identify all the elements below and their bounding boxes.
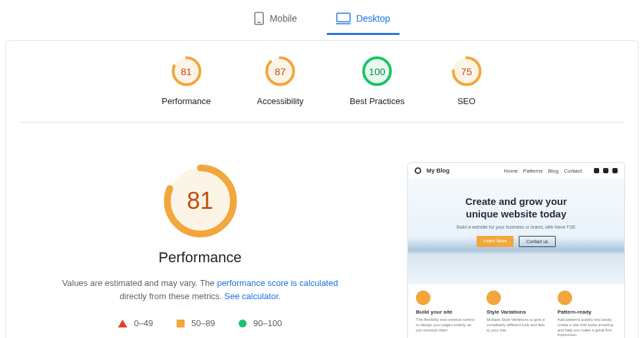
gauge-icon: 87	[264, 55, 296, 87]
performance-description: Values are estimated and may vary. The p…	[62, 277, 339, 302]
see-calculator-link[interactable]: See calculator.	[224, 291, 280, 301]
details-section: 81 Performance Values are estimated and …	[19, 123, 625, 338]
gauge-item[interactable]: 87Accessibility	[257, 55, 304, 106]
square-icon	[177, 320, 185, 327]
circle-icon	[239, 320, 247, 327]
score-legend: 0–49 50–89 90–100	[118, 318, 281, 328]
preview-card-title: Build your site	[416, 309, 475, 315]
performance-column: 81 Performance Values are estimated and …	[19, 162, 381, 338]
preview-nav: HomePatternsBlogContact	[504, 168, 582, 174]
desktop-icon	[336, 13, 351, 24]
gauge-label: Performance	[161, 96, 210, 106]
gauge-value: 81	[161, 162, 239, 240]
gauge-row: 81Performance87Accessibility100Best Prac…	[19, 55, 625, 122]
preview-nav-item: Blog	[548, 168, 558, 174]
preview-card: Pattern-readyAdd patterns quickly and ea…	[558, 291, 616, 338]
triangle-icon	[118, 320, 127, 327]
preview-card-desc: Add patterns quickly and easily create a…	[558, 318, 616, 338]
site-preview: My Blog HomePatternsBlogContact Create a…	[407, 162, 625, 338]
legend-bad: 0–49	[118, 318, 153, 328]
gauge-item[interactable]: 81Performance	[161, 55, 210, 106]
preview-primary-button: Learn More	[477, 236, 513, 247]
preview-card-icon	[416, 291, 430, 305]
tab-mobile[interactable]: Mobile	[245, 7, 306, 35]
preview-card-icon	[558, 291, 572, 305]
gauge-item[interactable]: 75SEO	[451, 55, 483, 106]
preview-cards: Build your siteThe flexibility and creat…	[408, 284, 624, 338]
gauge-item[interactable]: 100Best Practices	[350, 55, 405, 106]
preview-card-desc: The flexibility and creative control to …	[416, 318, 475, 333]
preview-hero-subtitle: Build a website for your business or bra…	[408, 225, 624, 229]
tab-label: Desktop	[356, 13, 390, 24]
screenshot-column: My Blog HomePatternsBlogContact Create a…	[407, 162, 625, 338]
gauge-label: SEO	[457, 96, 475, 106]
preview-header: My Blog HomePatternsBlogContact	[408, 163, 624, 179]
gauge-icon: 75	[451, 55, 483, 87]
preview-card-desc: Multiple Style Variations to give a comp…	[486, 318, 545, 333]
svg-rect-1	[257, 22, 260, 22]
gauge-label: Accessibility	[257, 96, 304, 106]
device-tabs: Mobile Desktop	[0, 0, 644, 35]
preview-card-title: Pattern-ready	[558, 309, 616, 315]
performance-title: Performance	[159, 249, 242, 266]
social-icon	[603, 168, 608, 173]
gauge-value: 75	[451, 55, 483, 87]
legend-good: 90–100	[239, 318, 281, 328]
preview-hero: Create and grow your unique website toda…	[408, 179, 624, 284]
tab-desktop[interactable]: Desktop	[327, 7, 399, 35]
gauge-icon: 81	[171, 55, 202, 87]
tab-label: Mobile	[270, 13, 297, 24]
gauge-icon: 100	[361, 55, 393, 87]
legend-mid: 50–89	[177, 318, 215, 328]
preview-card: Build your siteThe flexibility and creat…	[416, 291, 475, 338]
preview-social-icons	[594, 168, 618, 173]
svg-rect-2	[337, 13, 350, 22]
preview-card: Style VariationsMultiple Style Variation…	[486, 291, 545, 338]
mobile-icon	[254, 12, 264, 25]
preview-outline-button: Contact us	[519, 236, 555, 247]
preview-nav-item: Contact	[564, 168, 582, 174]
gauge-value: 87	[264, 55, 296, 87]
score-calc-link[interactable]: performance score is calculated	[217, 278, 338, 288]
gauge-value: 81	[171, 55, 202, 87]
gauge-label: Best Practices	[350, 96, 405, 106]
preview-logo-icon	[415, 167, 421, 174]
preview-nav-item: Patterns	[523, 168, 543, 174]
preview-hero-title: Create and grow your unique website toda…	[408, 196, 624, 221]
social-icon	[594, 168, 599, 173]
preview-card-title: Style Variations	[486, 309, 545, 315]
report-card: 81Performance87Accessibility100Best Prac…	[5, 40, 639, 338]
performance-gauge-large: 81	[161, 162, 239, 240]
preview-hero-buttons: Learn More Contact us	[408, 236, 624, 247]
preview-nav-item: Home	[504, 168, 517, 174]
gauge-value: 100	[361, 55, 393, 87]
preview-card-icon	[486, 291, 501, 305]
preview-site-title: My Blog	[426, 167, 498, 174]
social-icon	[612, 168, 618, 173]
